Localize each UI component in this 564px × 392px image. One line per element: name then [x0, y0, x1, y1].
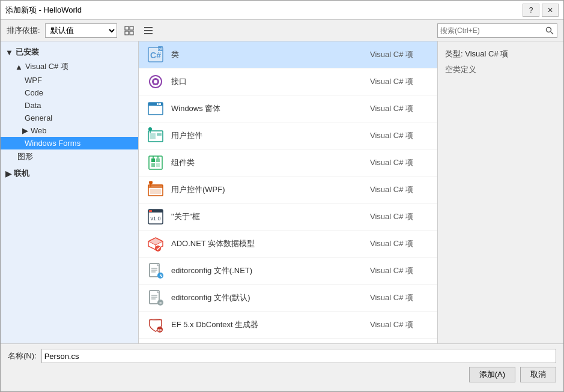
item-category: Visual C# 项	[370, 184, 430, 195]
list-item[interactable]: ADO.NET 实体数据模型 Visual C# 项	[139, 231, 437, 258]
svg-rect-40	[149, 210, 152, 212]
list-item[interactable]: EF EF 5.x DbContext 生成器 Visual C# 项	[139, 312, 437, 339]
svg-rect-36	[150, 189, 161, 194]
list-item[interactable]: C# c# 类 Visual C# 项	[139, 41, 437, 68]
svg-text:v1.0: v1.0	[150, 216, 160, 222]
title-bar-left: 添加新项 - HelloWorld	[5, 5, 82, 16]
search-button[interactable]	[542, 24, 557, 37]
toolbar: 排序依据: 默认值	[1, 20, 563, 41]
main-content: ▼ 已安装 ▲ Visual C# 项 WPF Code Data	[1, 41, 563, 343]
item-category: Visual C# 项	[370, 292, 430, 303]
list-item[interactable]: 接口 Visual C# 项	[139, 68, 437, 95]
expand-icon: ▶	[22, 126, 28, 135]
list-item[interactable]: v1.0 "关于"框 Visual C# 项	[139, 204, 437, 231]
title-bar-controls: ? ✕	[523, 4, 559, 17]
search-box	[437, 23, 557, 38]
item-name: "关于"框	[171, 211, 364, 222]
button-row: 添加(A) 取消	[8, 367, 556, 382]
installed-header: ▼ 已安装	[1, 45, 138, 59]
svg-line-8	[551, 32, 553, 34]
list-item[interactable]: EF EF 6.x DbContext 生成器 Visual C# 项	[139, 339, 437, 343]
svg-text:.N: .N	[159, 274, 163, 278]
close-button[interactable]: ✕	[542, 4, 559, 17]
item-category: Visual C# 项	[370, 265, 430, 276]
svg-rect-28	[151, 163, 155, 167]
installed-expand-icon: ▼	[5, 48, 13, 57]
item-icon	[146, 99, 165, 118]
list-item[interactable]: 用户控件(WPF) Visual C# 项	[139, 176, 437, 204]
item-type: 类型: Visual C# 项	[445, 49, 556, 59]
add-button[interactable]: 添加(A)	[469, 367, 515, 382]
svg-rect-4	[144, 27, 153, 28]
online-header[interactable]: ▶ 联机	[1, 166, 138, 181]
cancel-button[interactable]: 取消	[520, 367, 556, 382]
item-icon: v1.0	[146, 207, 165, 226]
svg-rect-25	[149, 156, 162, 169]
dialog-title: 添加新项 - HelloWorld	[5, 5, 82, 16]
item-name: editorconfig 文件(默认)	[171, 292, 364, 303]
sidebar-item-label: Windows Forms	[25, 139, 80, 148]
item-name: 组件类	[171, 157, 364, 168]
search-input[interactable]	[438, 26, 542, 35]
filename-input[interactable]	[41, 349, 556, 363]
svg-text:≡: ≡	[159, 301, 162, 305]
svg-text:EF: EF	[157, 328, 162, 332]
bottom-bar: 名称(N): 添加(A) 取消	[1, 343, 563, 391]
list-item[interactable]: Windows 窗体 Visual C# 项	[139, 95, 437, 122]
online-label: 联机	[14, 168, 29, 179]
help-button[interactable]: ?	[523, 4, 539, 17]
expand-icon: ▲	[15, 62, 23, 71]
sidebar-item-visual-csharp[interactable]: ▲ Visual C# 项	[1, 59, 138, 74]
installed-label: 已安装	[16, 47, 39, 58]
item-category: Visual C# 项	[370, 49, 430, 60]
svg-rect-0	[125, 26, 129, 30]
item-icon: .N	[146, 261, 165, 280]
sidebar-item-general[interactable]: General	[1, 112, 138, 124]
sidebar-item-code[interactable]: Code	[1, 86, 138, 99]
item-category: Visual C# 项	[370, 211, 430, 222]
svg-rect-5	[144, 30, 153, 31]
item-name: 用户控件(WPF)	[171, 184, 364, 195]
grid-view-button[interactable]	[122, 23, 136, 38]
list-item[interactable]: 组件类 Visual C# 项	[139, 149, 437, 176]
item-category: Visual C# 项	[370, 157, 430, 168]
sidebar-item-graphics[interactable]: 图形	[1, 149, 138, 164]
svg-text:C#: C#	[150, 50, 161, 60]
sidebar-item-label: Web	[31, 126, 47, 135]
item-name: 用户控件	[171, 130, 364, 141]
svg-rect-29	[156, 163, 160, 167]
item-category: Visual C# 项	[370, 130, 430, 141]
item-icon	[146, 153, 165, 172]
sidebar-item-web[interactable]: ▶ Web	[1, 124, 138, 137]
item-name: EF 5.x DbContext 生成器	[171, 319, 364, 330]
sidebar-item-label: Visual C# 项	[25, 61, 68, 72]
installed-section: ▼ 已安装 ▲ Visual C# 项 WPF Code Data	[1, 44, 138, 165]
sidebar-item-label: WPF	[25, 76, 42, 85]
sidebar-item-data[interactable]: Data	[1, 99, 138, 112]
item-name: 类	[171, 49, 364, 60]
svg-rect-21	[150, 133, 156, 139]
right-panel: 类型: Visual C# 项 空类定义	[437, 41, 563, 343]
svg-rect-3	[130, 31, 133, 35]
list-item[interactable]: ≡ editorconfig 文件(默认) Visual C# 项	[139, 285, 437, 312]
sort-select[interactable]: 默认值	[45, 23, 117, 38]
sidebar-item-windows-forms[interactable]: Windows Forms	[1, 137, 138, 149]
center-panel: C# c# 类 Visual C# 项	[139, 41, 437, 343]
item-icon	[146, 72, 165, 91]
svg-point-34	[149, 181, 153, 184]
item-icon	[146, 126, 165, 145]
item-icon: EF	[146, 315, 165, 334]
dialog: 添加新项 - HelloWorld ? ✕ 排序依据: 默认值	[0, 0, 564, 392]
online-expand-icon: ▶	[5, 169, 11, 178]
list-item[interactable]: .N editorconfig 文件(.NET) Visual C# 项	[139, 258, 437, 285]
online-section: ▶ 联机	[1, 165, 138, 182]
list-view-button[interactable]	[141, 23, 156, 38]
item-category: Visual C# 项	[370, 238, 430, 249]
svg-rect-22	[157, 133, 162, 136]
list-item[interactable]: 用户控件 Visual C# 项	[139, 122, 437, 149]
sidebar-item-label: Code	[25, 88, 43, 97]
svg-rect-1	[130, 26, 133, 30]
item-icon	[146, 180, 165, 199]
svg-rect-19	[159, 103, 161, 105]
sidebar-item-wpf[interactable]: WPF	[1, 74, 138, 86]
